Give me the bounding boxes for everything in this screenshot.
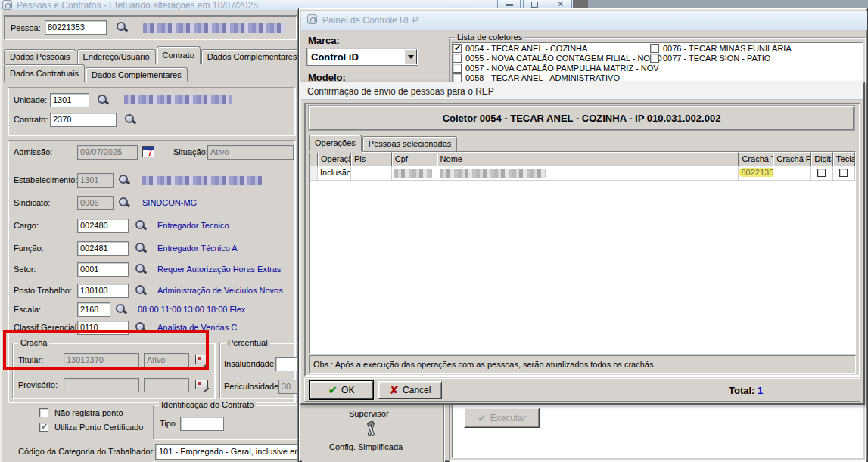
search-icon[interactable] xyxy=(135,285,147,296)
pessoas-window-title: Pessoas e Contratos - Efetuando alteraçõ… xyxy=(17,0,258,10)
coletor-item[interactable]: 0076 - TECAR MINAS FUNILARIA xyxy=(663,44,792,53)
col-cracha-prov[interactable]: Crachá Prov. xyxy=(773,152,811,166)
digital-checkbox[interactable] xyxy=(817,169,826,177)
field-input[interactable]: 1301 xyxy=(77,173,114,188)
field-desc: Entregador Técnico A xyxy=(157,243,238,253)
tab-dados-pessoais[interactable]: Dados Pessoais xyxy=(4,49,76,64)
teclado-checkbox[interactable] xyxy=(839,169,848,177)
marca-combobox[interactable]: Control iD xyxy=(306,48,418,66)
field-desc: Entregador Tecnico xyxy=(157,221,229,230)
red-highlight-box xyxy=(3,330,209,370)
supervisor-panel: Supervisor Config. Simplificada xyxy=(302,405,444,462)
utiliza-ponto-certificado-checkbox[interactable] xyxy=(39,423,48,432)
check-icon: ✔ xyxy=(328,383,338,397)
field-input[interactable]: 0006 xyxy=(77,196,114,210)
search-icon[interactable] xyxy=(115,304,127,315)
field-input[interactable]: 002480 xyxy=(77,219,129,233)
confirm-bottom-bar: ✔ OK ✘ Cancel Total: 1 xyxy=(304,378,860,402)
situacao-input[interactable]: Ativo xyxy=(207,145,294,160)
chevron-down-icon[interactable] xyxy=(404,49,417,64)
search-icon[interactable] xyxy=(124,114,136,126)
obs-text: Obs.: Após a execução das operações com … xyxy=(313,360,655,369)
pessoa-input[interactable]: 80221353 xyxy=(45,20,107,35)
main-tabs: Dados Pessoais Endereço/Usuário Contrato… xyxy=(4,44,298,64)
coletor-item[interactable]: 0057 - NOVA CATALÃO PAMPULHA MATRIZ - NO… xyxy=(465,64,659,73)
field-label: Posto Trabalho: xyxy=(14,286,72,295)
tab-endereco-usuario[interactable]: Endereço/Usuário xyxy=(77,49,156,64)
coletor-checkbox[interactable] xyxy=(453,44,462,53)
coletor-item[interactable]: 0055 - NOVA CATALÃO CONTAGEM FILIAL - NO… xyxy=(465,54,662,63)
coletor-checkbox[interactable] xyxy=(650,44,659,53)
field-desc: Requer Autorização Horas Extras xyxy=(157,265,281,274)
col-operacao[interactable]: Operação xyxy=(318,152,351,166)
contrato-input[interactable]: 2370 xyxy=(50,113,117,127)
operacoes-table: Operação Pis Cpf Nome Crachá Tit. Crachá… xyxy=(309,151,856,354)
tab-pessoas-selecionadas[interactable]: Pessoas selecionadas xyxy=(362,136,457,151)
field-desc: 08:00 11:00 13:00 18:00 Flex xyxy=(138,305,245,314)
coletor-item[interactable]: 0054 - TECAR ANEL - COZINHA xyxy=(465,44,587,53)
coletor-item[interactable]: 0077 - TECAR SION - PATIO xyxy=(663,54,770,63)
nao-registra-ponto-checkbox[interactable] xyxy=(39,408,48,417)
coletor-checkbox[interactable] xyxy=(650,54,659,63)
coletor-checkbox[interactable] xyxy=(453,64,462,73)
tab-dados-complementares[interactable]: Dados Complementares xyxy=(201,49,298,64)
window-confirmacao-envio: Confirmação de envio de pessoas para o R… xyxy=(300,82,865,405)
subtab-dados-contratuais[interactable]: Dados Contratuais xyxy=(4,64,85,82)
col-cpf[interactable]: Cpf xyxy=(392,152,437,166)
coletor-checkbox[interactable] xyxy=(453,54,462,63)
field-input[interactable]: 002481 xyxy=(77,241,129,256)
field-input[interactable]: 130103 xyxy=(77,284,129,298)
executar-button[interactable]: ✔ Executar xyxy=(464,408,540,428)
tipo-label: Tipo xyxy=(160,419,176,428)
search-icon[interactable] xyxy=(135,243,147,254)
admissao-input[interactable]: 09/07/2025 xyxy=(77,145,138,160)
periculosidade-input[interactable]: 30 xyxy=(278,380,298,394)
desktop: Pessoas e Contratos - Efetuando alteraçõ… xyxy=(0,0,868,462)
field-label: Cargo: xyxy=(14,221,39,230)
sub-tabs: Dados Contratuais Dados Complementares xyxy=(4,64,188,82)
field-input[interactable]: 2168 xyxy=(77,302,110,317)
col-teclado[interactable]: Teclado xyxy=(833,152,855,166)
search-icon[interactable] xyxy=(97,95,109,106)
situacao-label: Situação: xyxy=(173,147,208,157)
badge-edit-icon[interactable] xyxy=(195,380,208,389)
ok-button[interactable]: ✔ OK xyxy=(310,381,373,399)
col-nome[interactable]: Nome xyxy=(437,152,739,166)
cancel-button[interactable]: ✘ Cancel xyxy=(378,381,442,399)
field-label: Estabelecimento: xyxy=(14,175,77,184)
field-input[interactable]: 0001 xyxy=(77,262,129,277)
pessoa-name-redacted xyxy=(143,23,285,33)
search-icon[interactable] xyxy=(116,22,128,33)
cell-operacao: Inclusão xyxy=(318,166,351,181)
coletor-header-text: Coletor 0054 - TECAR ANEL - COZINHA - IP… xyxy=(443,113,721,124)
config-simplificada-label: Config. Simplificada xyxy=(329,442,403,451)
categoria-combobox[interactable]: 101 - Empregado - Geral, inclusive empre xyxy=(155,444,298,460)
table-row[interactable]: Inclusão 80221353 xyxy=(310,166,855,181)
tab-contrato[interactable]: Contrato xyxy=(157,46,201,64)
confirm-tabs: Operações Pessoas selecionadas xyxy=(309,135,458,151)
insalubridade-input[interactable] xyxy=(275,357,298,371)
calendar-icon[interactable] xyxy=(142,146,154,157)
col-digital[interactable]: Digital xyxy=(811,152,833,166)
search-icon[interactable] xyxy=(135,220,147,231)
search-icon[interactable] xyxy=(118,197,130,209)
search-icon[interactable] xyxy=(118,175,130,186)
minimize-icon xyxy=(506,4,513,6)
search-icon[interactable] xyxy=(135,264,147,275)
unidade-desc-redacted xyxy=(124,95,232,104)
admissao-label: Admissão: xyxy=(14,147,52,157)
col-cracha-tit[interactable]: Crachá Tit. xyxy=(739,152,773,166)
nome-redacted xyxy=(440,169,546,178)
unidade-input[interactable]: 1301 xyxy=(50,93,89,107)
tab-operacoes[interactable]: Operações xyxy=(309,135,362,151)
subtab-dados-complementares[interactable]: Dados Complementares xyxy=(86,67,188,82)
field-desc: Administração de Veiciulos Novos xyxy=(157,286,283,295)
utiliza-ponto-certificado-label: Utiliza Ponto Certificado xyxy=(54,423,143,432)
supervisor-label: Supervisor xyxy=(349,409,389,418)
cracha-provisorio-status[interactable] xyxy=(144,378,189,392)
categoria-value: 101 - Empregado - Geral, inclusive empre xyxy=(159,447,298,456)
cracha-provisorio-input[interactable] xyxy=(64,378,139,392)
col-pis[interactable]: Pis xyxy=(351,152,392,166)
tools-icon[interactable] xyxy=(362,421,379,438)
tipo-input[interactable] xyxy=(180,417,224,431)
